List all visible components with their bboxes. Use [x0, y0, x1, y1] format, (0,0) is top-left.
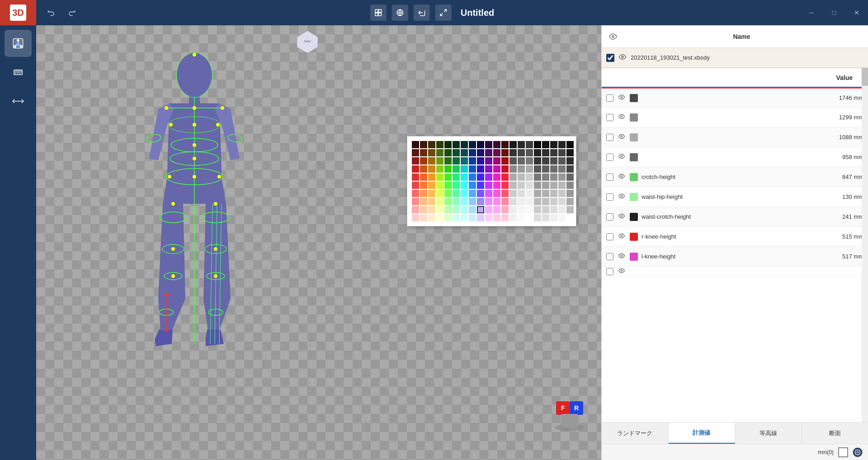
color-cell[interactable] [501, 141, 509, 148]
color-cell[interactable] [436, 190, 443, 197]
color-cell[interactable] [501, 214, 509, 221]
color-cell[interactable] [493, 141, 500, 148]
color-cell[interactable] [428, 149, 435, 156]
color-cell[interactable] [420, 157, 427, 164]
row-checkbox[interactable] [606, 193, 613, 201]
color-cell[interactable] [509, 182, 517, 189]
color-cell[interactable] [428, 182, 435, 189]
color-cell[interactable] [444, 157, 452, 164]
color-cell[interactable] [566, 165, 574, 173]
color-swatch[interactable] [630, 173, 638, 181]
color-cell[interactable] [501, 157, 509, 164]
color-cell[interactable] [558, 157, 566, 164]
scrollbar-track[interactable] [862, 68, 868, 422]
color-cell[interactable] [534, 174, 541, 181]
color-cell[interactable] [526, 206, 533, 213]
color-cell[interactable] [566, 182, 574, 189]
color-cell[interactable] [534, 149, 541, 156]
color-swatch[interactable] [630, 193, 638, 201]
color-cell[interactable] [436, 214, 443, 221]
color-cell[interactable] [461, 198, 468, 205]
color-cell[interactable] [542, 198, 549, 205]
color-cell[interactable] [469, 190, 476, 197]
minimize-button[interactable]: ─ [800, 0, 823, 25]
color-cell[interactable] [444, 206, 452, 213]
color-cell[interactable] [453, 214, 460, 221]
color-cell[interactable] [558, 141, 566, 148]
color-cell[interactable] [469, 157, 476, 164]
color-cell[interactable] [461, 174, 468, 181]
color-cell[interactable] [485, 149, 492, 156]
color-cell[interactable] [493, 165, 500, 173]
color-cell[interactable] [444, 182, 452, 189]
color-cell[interactable] [534, 157, 541, 164]
color-cell[interactable] [444, 190, 452, 197]
color-cell[interactable] [469, 198, 476, 205]
color-cell[interactable] [485, 206, 492, 213]
color-cell[interactable] [412, 149, 419, 156]
color-cell[interactable] [534, 141, 541, 148]
sidebar-item-view[interactable] [5, 30, 32, 57]
maximize-button[interactable]: □ [823, 0, 845, 25]
color-cell[interactable] [518, 174, 525, 181]
color-cell[interactable] [526, 157, 533, 164]
color-cell[interactable] [428, 141, 435, 148]
color-cell[interactable] [501, 149, 509, 156]
row-checkbox[interactable] [606, 134, 613, 141]
color-cell[interactable] [558, 165, 566, 173]
color-cell[interactable] [412, 190, 419, 197]
color-cell[interactable] [542, 165, 549, 173]
row-checkbox[interactable] [606, 213, 613, 221]
color-cell[interactable] [436, 182, 443, 189]
color-cell[interactable] [420, 165, 427, 173]
color-cell[interactable] [477, 182, 484, 189]
color-cell[interactable] [420, 174, 427, 181]
color-cell[interactable] [436, 165, 443, 173]
color-cell[interactable] [461, 190, 468, 197]
color-cell[interactable] [493, 157, 500, 164]
color-cell[interactable] [428, 157, 435, 164]
color-cell[interactable] [509, 149, 517, 156]
color-cell[interactable] [518, 165, 525, 173]
color-cell[interactable] [493, 190, 500, 197]
color-cell[interactable] [477, 174, 484, 181]
color-cell[interactable] [428, 190, 435, 197]
color-cell[interactable] [461, 141, 468, 148]
color-cell[interactable] [550, 174, 557, 181]
color-cell[interactable] [461, 206, 468, 213]
color-cell[interactable] [485, 198, 492, 205]
color-cell[interactable] [550, 165, 557, 173]
color-cell[interactable] [436, 174, 443, 181]
color-cell[interactable] [534, 214, 541, 221]
color-cell[interactable] [566, 198, 574, 205]
color-cell[interactable] [469, 149, 476, 156]
view-btn-4[interactable] [435, 5, 452, 21]
color-swatch[interactable] [630, 233, 638, 241]
color-cell[interactable] [412, 157, 419, 164]
color-cell[interactable] [566, 214, 574, 221]
color-cell[interactable] [477, 149, 484, 156]
status-settings-icon[interactable] [853, 447, 863, 457]
color-cell[interactable] [485, 141, 492, 148]
color-cell[interactable] [485, 157, 492, 164]
color-cell[interactable] [477, 157, 484, 164]
color-cell[interactable] [436, 206, 443, 213]
color-cell[interactable] [469, 174, 476, 181]
color-cell[interactable] [542, 141, 549, 148]
sidebar-item-transform[interactable] [5, 88, 32, 115]
color-picker-popup[interactable] [407, 136, 576, 226]
scrollbar-thumb[interactable] [862, 68, 868, 86]
color-cell[interactable] [461, 157, 468, 164]
color-cell[interactable] [477, 165, 484, 173]
color-cell[interactable] [501, 174, 509, 181]
color-cell[interactable] [444, 149, 452, 156]
color-swatch[interactable] [630, 113, 638, 122]
color-cell[interactable] [453, 198, 460, 205]
close-button[interactable]: ✕ [845, 0, 868, 25]
color-cell[interactable] [566, 149, 574, 156]
color-cell[interactable] [518, 149, 525, 156]
color-cell[interactable] [453, 190, 460, 197]
color-cell[interactable] [501, 198, 509, 205]
color-cell[interactable] [509, 165, 517, 173]
view-btn-3[interactable] [414, 5, 430, 21]
